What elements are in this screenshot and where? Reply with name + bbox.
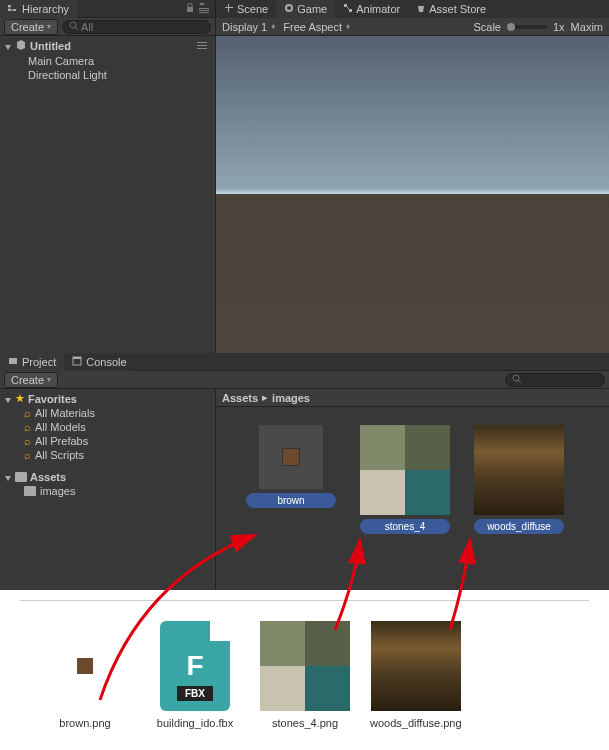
file-brown[interactable]: brown.png xyxy=(40,621,130,729)
breadcrumb-current[interactable]: images xyxy=(272,392,310,404)
folder-icon xyxy=(15,472,27,482)
scale-slider[interactable] xyxy=(507,25,547,29)
chevron-down-icon: ▾ xyxy=(47,22,51,31)
fav-all-prefabs[interactable]: ⌕All Prefabs xyxy=(0,434,215,448)
svg-rect-16 xyxy=(344,4,347,7)
search-icon xyxy=(512,374,522,386)
asset-label: stones_4 xyxy=(360,519,450,534)
asset-thumbnail xyxy=(259,425,323,489)
file-stones[interactable]: stones_4.png xyxy=(260,621,350,729)
file-label: stones_4.png xyxy=(272,717,338,729)
breadcrumb-root[interactable]: Assets xyxy=(222,392,258,404)
folder-images[interactable]: images xyxy=(0,484,215,498)
folder-icon xyxy=(24,486,36,496)
svg-rect-3 xyxy=(187,7,193,12)
aspect-dropdown[interactable]: Free Aspect ♦ xyxy=(283,21,350,33)
file-building-fbx[interactable]: F FBX building_ido.fbx xyxy=(150,621,240,729)
breadcrumb-separator: ▸ xyxy=(262,391,268,404)
favorites-label: Favorites xyxy=(28,393,77,405)
file-explorer: brown.png F FBX building_ido.fbx stones_… xyxy=(0,611,609,739)
hierarchy-search[interactable]: All xyxy=(62,20,211,34)
game-toolbar: Display 1 ♦ Free Aspect ♦ Scale 1x Maxim xyxy=(216,18,609,36)
svg-rect-5 xyxy=(199,10,209,11)
hierarchy-item-camera[interactable]: Main Camera xyxy=(0,54,215,68)
search-icon: ⌕ xyxy=(24,435,31,447)
fbx-badge: FBX xyxy=(177,686,213,701)
hierarchy-item-light[interactable]: Directional Light xyxy=(0,68,215,82)
divider xyxy=(20,600,589,601)
search-icon: ⌕ xyxy=(24,421,31,433)
asset-grid: brown stones_4 woods_diffuse xyxy=(216,407,609,590)
project-toolbar: Create ▾ xyxy=(0,371,609,389)
assets-header[interactable]: Assets xyxy=(0,470,215,484)
hierarchy-panel: Hierarchy Create ▾ All xyxy=(0,0,216,353)
svg-rect-21 xyxy=(73,357,81,359)
game-panel: Scene Game Animator Asset Store Display … xyxy=(216,0,609,353)
asset-woods[interactable]: woods_diffuse xyxy=(474,425,564,534)
project-tree: ★ Favorites ⌕All Materials ⌕All Models ⌕… xyxy=(0,389,216,590)
svg-line-23 xyxy=(518,380,521,383)
foldout-icon[interactable] xyxy=(4,42,12,50)
search-icon: ⌕ xyxy=(24,407,31,419)
fav-all-models[interactable]: ⌕All Models xyxy=(0,420,215,434)
game-view[interactable] xyxy=(216,36,609,353)
asset-brown[interactable]: brown xyxy=(246,425,336,508)
svg-rect-13 xyxy=(228,4,229,12)
create-label: Create xyxy=(11,374,44,386)
svg-rect-11 xyxy=(197,48,207,49)
scene-root[interactable]: Untitled xyxy=(0,38,215,54)
game-tab-row: Scene Game Animator Asset Store xyxy=(216,0,609,18)
file-woods[interactable]: woods_diffuse.png xyxy=(370,621,462,729)
project-search[interactable] xyxy=(505,373,605,387)
hierarchy-item-label: Main Camera xyxy=(28,55,94,67)
create-button[interactable]: Create ▾ xyxy=(4,372,58,388)
asset-thumbnail xyxy=(360,425,450,515)
display-label: Display 1 xyxy=(222,21,267,33)
asset-stones[interactable]: stones_4 xyxy=(360,425,450,534)
create-button[interactable]: Create ▾ xyxy=(4,19,58,35)
svg-rect-2 xyxy=(13,9,16,11)
lock-icon[interactable] xyxy=(185,3,195,15)
scene-icon xyxy=(224,3,234,15)
search-placeholder: All xyxy=(81,21,93,33)
scene-menu-icon[interactable] xyxy=(197,40,207,52)
chevron-down-icon: ▾ xyxy=(47,375,51,384)
fbx-icon: F FBX xyxy=(160,621,230,711)
tab-label: Scene xyxy=(237,3,268,15)
hierarchy-toolbar: Create ▾ All xyxy=(0,18,215,36)
maximize-label: Maxim xyxy=(571,21,603,33)
fav-all-materials[interactable]: ⌕All Materials xyxy=(0,406,215,420)
file-thumbnail xyxy=(260,621,350,711)
scale-label: Scale xyxy=(473,21,501,33)
tab-animator[interactable]: Animator xyxy=(335,0,408,18)
tab-label: Game xyxy=(297,3,327,15)
scene-name: Untitled xyxy=(30,40,71,52)
foldout-icon[interactable] xyxy=(4,395,12,403)
fav-label: All Models xyxy=(35,421,86,433)
display-dropdown[interactable]: Display 1 ♦ xyxy=(222,21,275,33)
fav-all-scripts[interactable]: ⌕All Scripts xyxy=(0,448,215,462)
favorites-header[interactable]: ★ Favorites xyxy=(0,391,215,406)
fav-label: All Materials xyxy=(35,407,95,419)
tab-asset-store[interactable]: Asset Store xyxy=(408,0,494,18)
chevron-down-icon: ♦ xyxy=(346,22,350,31)
svg-rect-0 xyxy=(8,5,11,7)
svg-rect-19 xyxy=(9,358,17,364)
svg-rect-10 xyxy=(197,45,207,46)
fav-label: All Prefabs xyxy=(35,435,88,447)
hierarchy-icon xyxy=(8,4,18,14)
file-thumbnail xyxy=(371,621,461,711)
hierarchy-tab-label: Hierarchy xyxy=(22,3,69,15)
scale-value: 1x xyxy=(553,21,565,33)
unity-logo-icon xyxy=(15,39,27,53)
foldout-icon[interactable] xyxy=(4,473,12,481)
tab-label: Asset Store xyxy=(429,3,486,15)
tab-scene[interactable]: Scene xyxy=(216,0,276,18)
project-tab[interactable]: Project xyxy=(0,353,64,371)
console-tab[interactable]: Console xyxy=(64,353,134,371)
game-icon xyxy=(284,3,294,15)
hierarchy-tab[interactable]: Hierarchy xyxy=(0,0,77,18)
svg-rect-6 xyxy=(199,12,209,13)
tab-game[interactable]: Game xyxy=(276,0,335,18)
panel-menu-icon[interactable] xyxy=(199,3,211,15)
